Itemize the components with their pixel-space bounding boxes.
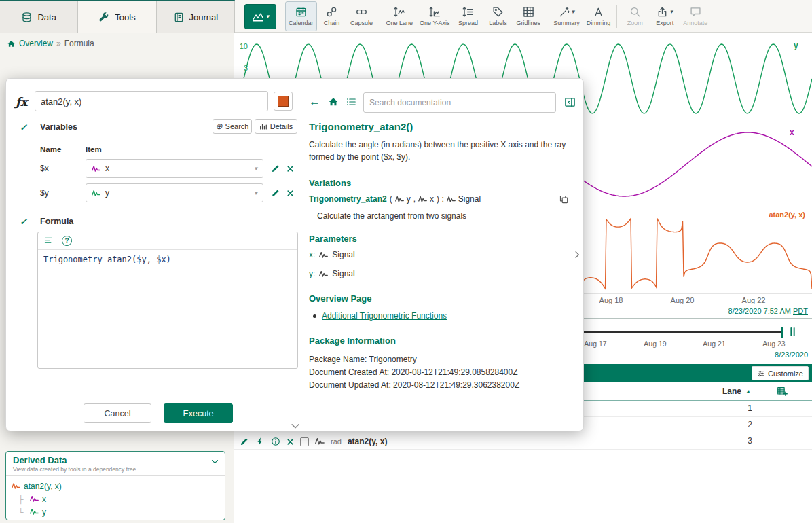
tree-root-link[interactable]: atan2(y, x) — [24, 482, 62, 491]
lane-column-header[interactable]: Lane — [722, 386, 741, 396]
table-divider — [37, 156, 298, 156]
toolbar-button-annotate[interactable]: Annotate — [680, 1, 711, 31]
add-column-icon[interactable] — [777, 386, 788, 397]
formula-section-label: Formula — [40, 217, 73, 226]
formula-code[interactable]: Trigonometry_atan2($y, $x) — [38, 250, 297, 269]
collapse-panel-icon[interactable] — [564, 96, 576, 108]
variable-item-select[interactable]: y ▾ — [86, 183, 263, 202]
toolbar-separator — [547, 5, 547, 28]
toolbar-button-one-lane[interactable]: One Lane — [383, 1, 417, 31]
chart-type-dropdown[interactable]: ▾ — [244, 4, 276, 29]
cancel-button[interactable]: Cancel — [84, 403, 151, 423]
signal-label-x: x — [790, 128, 794, 137]
tab-data[interactable]: Data — [0, 1, 78, 33]
docs-search-input[interactable] — [363, 92, 556, 113]
docs-home-icon[interactable] — [328, 96, 339, 107]
docs-index-icon[interactable] — [346, 96, 356, 107]
breadcrumb-overview-link[interactable]: Overview — [19, 39, 53, 48]
formula-name-input[interactable] — [35, 91, 268, 111]
edit-icon[interactable] — [240, 437, 249, 446]
tree-child-x-link[interactable]: x — [42, 494, 46, 504]
row-checkbox[interactable] — [300, 437, 309, 446]
caret-down-icon: ▾ — [266, 14, 270, 20]
breadcrumb-current: Formula — [64, 39, 94, 48]
toolbar-button-dimming[interactable]: Dimming — [583, 1, 614, 31]
sort-ascending-icon[interactable]: ▴ — [746, 387, 750, 395]
selected-item-label: y — [105, 188, 109, 198]
back-icon[interactable]: ← — [309, 95, 320, 109]
editor-toolbar: ? — [38, 232, 297, 250]
edit-variable-icon[interactable] — [271, 188, 280, 198]
copy-icon[interactable] — [559, 194, 569, 204]
spread-icon — [462, 6, 474, 18]
seeq-workbench: Data Tools Journal ▾ Calendar — [0, 0, 812, 523]
toolbar-button-spread[interactable]: Spread — [454, 1, 483, 31]
toolbar-separator — [282, 5, 282, 28]
fx-icon: ƒx — [16, 95, 27, 109]
collapse-dialog-icon[interactable] — [290, 420, 301, 431]
range-tick: Aug 23 — [754, 340, 794, 348]
toolbar-button-chain[interactable]: Chain — [317, 1, 347, 31]
derived-data-panel: Derived Data View data created by tools … — [5, 451, 225, 520]
variation-function[interactable]: Trigonometry_atan2 — [309, 194, 387, 204]
signal-icon — [319, 251, 328, 259]
toolbar-button-zoom[interactable]: Zoom — [620, 1, 650, 31]
tab-tools[interactable]: Tools — [78, 1, 156, 33]
variable-search-button[interactable]: ⊕ Search — [213, 119, 252, 134]
variation-signature: Trigonometry_atan2 ( y , x ) : Signal — [309, 194, 553, 204]
customize-button[interactable]: Customize — [752, 366, 809, 380]
signal-icon — [315, 437, 325, 446]
journal-icon — [173, 12, 185, 23]
edit-variable-icon[interactable] — [271, 164, 280, 173]
color-swatch — [278, 96, 289, 107]
tree-child-y-link[interactable]: y — [42, 507, 46, 517]
tree-item-x[interactable]: ├ x — [18, 492, 219, 505]
trig-functions-link[interactable]: Additional Trigonometric Functions — [322, 311, 447, 321]
chevron-down-icon[interactable] — [210, 457, 219, 466]
table-row[interactable]: rad atan2(y, x) 3 — [234, 433, 812, 450]
calendar-icon — [295, 6, 307, 18]
caret-down-icon: ▾ — [669, 9, 673, 15]
docs-title: Trigonometry_atan2() — [309, 121, 413, 132]
one-y-axis-icon — [429, 6, 441, 18]
derived-data-header[interactable]: Derived Data View data created by tools … — [6, 452, 225, 475]
variable-item-select[interactable]: x ▾ — [86, 159, 263, 178]
toolbar-button-capsule[interactable]: Capsule — [347, 1, 377, 31]
home-icon[interactable] — [7, 39, 16, 48]
signal-icon — [30, 507, 39, 516]
chevron-right-icon[interactable] — [572, 250, 582, 259]
toolbar-button-export[interactable]: ▾ Export — [650, 1, 680, 31]
help-icon[interactable]: ? — [62, 236, 72, 246]
execute-button[interactable]: Execute — [164, 403, 233, 423]
quick-action-icon[interactable] — [255, 437, 265, 446]
formula-editor[interactable]: ? Trigonometry_atan2($y, $x) — [37, 232, 298, 369]
breadcrumb: Overview » Formula — [7, 39, 94, 48]
cursor-timezone[interactable]: PDT — [793, 307, 808, 315]
toolbar-button-labels[interactable]: Labels — [483, 1, 513, 31]
toolbar-button-calendar[interactable]: Calendar — [285, 1, 317, 31]
signal-name[interactable]: atan2(y, x) — [348, 437, 387, 446]
remove-variable-icon[interactable] — [287, 165, 294, 173]
info-icon[interactable] — [271, 437, 280, 446]
signal-label-atan2: atan2(y, x) — [769, 211, 805, 219]
range-grip-icon[interactable] — [787, 326, 798, 338]
toolbar-button-one-y-axis[interactable]: One Y-Axis — [416, 1, 454, 31]
range-selector-handle[interactable] — [781, 327, 783, 338]
tab-data-label: Data — [37, 12, 56, 22]
tab-journal[interactable]: Journal — [157, 1, 234, 33]
parameter-name: y: — [309, 269, 315, 278]
remove-variable-icon[interactable] — [287, 190, 294, 197]
tree-item-root[interactable]: atan2(y, x) — [12, 480, 219, 492]
formula-menu-icon[interactable] — [43, 236, 54, 246]
remove-icon[interactable] — [287, 438, 294, 446]
toolbar-button-gridlines[interactable]: Gridlines — [513, 1, 545, 31]
tree-connector: ├ — [18, 495, 26, 503]
variable-details-button[interactable]: Details — [255, 119, 297, 134]
doc-created-at: Document Created At: 2020-08-12T21:49:29… — [309, 366, 518, 378]
tree-item-y[interactable]: └ y — [18, 505, 219, 518]
signal-icon — [447, 195, 456, 204]
color-swatch-button[interactable] — [274, 92, 293, 111]
toolbar-button-summary[interactable]: ▾ Summary — [550, 1, 583, 31]
range-date[interactable]: 8/23/2020 — [775, 350, 808, 359]
gridlines-icon — [523, 6, 534, 18]
